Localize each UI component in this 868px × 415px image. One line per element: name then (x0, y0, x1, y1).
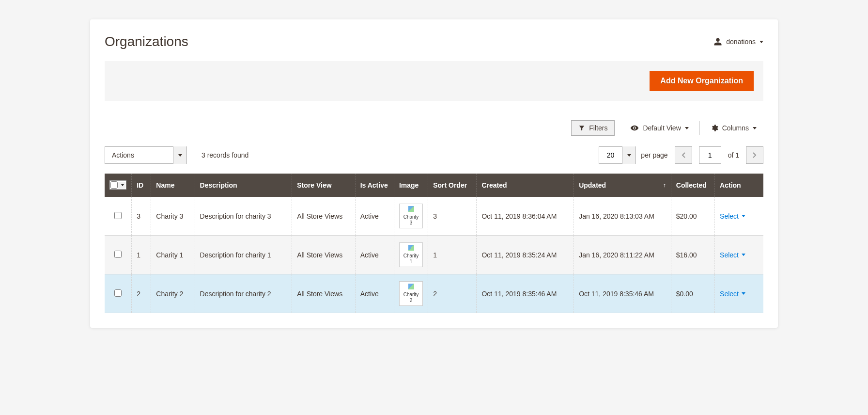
page-header: Organizations donations (105, 34, 763, 49)
caret-down-icon (753, 127, 757, 129)
cell-updated: Jan 16, 2020 8:11:22 AM (574, 236, 671, 274)
caret-down-icon (760, 41, 763, 43)
toolbar-right: 20 per page of 1 (599, 146, 763, 164)
cell-id: 3 (132, 197, 151, 236)
row-action-select[interactable]: Select (720, 290, 745, 298)
cell-image: Charity 3 (394, 197, 428, 236)
col-name[interactable]: Name (151, 174, 195, 197)
cell-image: Charity 1 (394, 236, 428, 274)
organizations-table: ID Name Description Store View Is Active… (105, 174, 763, 313)
table-row[interactable]: 1Charity 1Description for charity 1All S… (105, 236, 763, 274)
table-toolbar: Actions 3 records found 20 per page of 1 (105, 146, 763, 164)
caret-down-icon (742, 292, 745, 295)
col-id[interactable]: ID (132, 174, 151, 197)
cell-updated: Jan 16, 2020 8:13:03 AM (574, 197, 671, 236)
cell-name: Charity 1 (151, 236, 195, 274)
actions-select[interactable]: Actions (105, 146, 187, 164)
actions-select-label: Actions (105, 151, 173, 159)
image-thumbnail[interactable]: Charity 2 (399, 281, 423, 306)
sort-ascending-icon: ↑ (663, 182, 666, 189)
cell-collected: $20.00 (671, 197, 714, 236)
cell-store-view: All Store Views (292, 236, 355, 274)
row-checkbox[interactable] (114, 251, 122, 258)
col-checkbox (105, 174, 132, 197)
action-bar: Add New Organization (105, 61, 763, 101)
row-checkbox[interactable] (114, 289, 122, 297)
cell-sort-order: 1 (428, 236, 477, 274)
eye-icon (630, 124, 639, 132)
toolbar-left: Actions 3 records found (105, 146, 248, 164)
columns-label: Columns (722, 124, 749, 132)
cell-store-view: All Store Views (292, 197, 355, 236)
col-store-view[interactable]: Store View (292, 174, 355, 197)
image-thumbnail[interactable]: Charity 1 (399, 242, 423, 267)
caret-down-icon (742, 215, 745, 217)
filters-button[interactable]: Filters (571, 120, 615, 136)
cell-store-view: All Store Views (292, 274, 355, 313)
cell-collected: $16.00 (671, 236, 714, 274)
page-size-control: 20 per page (599, 146, 668, 164)
cell-sort-order: 3 (428, 197, 477, 236)
columns-button[interactable]: Columns (704, 121, 763, 135)
user-menu[interactable]: donations (713, 37, 763, 46)
page-size-select[interactable]: 20 (599, 146, 636, 164)
table-header-row: ID Name Description Store View Is Active… (105, 174, 763, 197)
table-row[interactable]: 3Charity 3Description for charity 3All S… (105, 197, 763, 236)
col-description[interactable]: Description (195, 174, 292, 197)
cell-name: Charity 2 (151, 274, 195, 313)
col-updated-label: Updated (579, 181, 606, 189)
cell-is-active: Active (355, 236, 394, 274)
select-all-checkbox[interactable] (109, 180, 126, 190)
col-collected[interactable]: Collected (671, 174, 714, 197)
prev-page-button[interactable] (675, 146, 692, 164)
per-page-label: per page (641, 151, 667, 159)
add-new-organization-button[interactable]: Add New Organization (650, 71, 754, 91)
divider (699, 121, 700, 135)
caret-down-icon (685, 127, 689, 129)
row-action-select[interactable]: Select (720, 212, 745, 220)
cell-name: Charity 3 (151, 197, 195, 236)
pager: of 1 (675, 146, 763, 164)
col-image[interactable]: Image (394, 174, 428, 197)
cell-image: Charity 2 (394, 274, 428, 313)
caret-down-icon (119, 182, 125, 189)
cell-created: Oct 11, 2019 8:36:04 AM (477, 197, 574, 236)
col-updated[interactable]: Updated↑ (574, 174, 671, 197)
default-view-button[interactable]: Default View (623, 120, 695, 136)
funnel-icon (578, 125, 585, 131)
next-page-button[interactable] (746, 146, 763, 164)
table-row[interactable]: 2Charity 2Description for charity 2All S… (105, 274, 763, 313)
cell-id: 2 (132, 274, 151, 313)
cell-description: Description for charity 1 (195, 236, 292, 274)
grid-controls: Filters Default View Columns (105, 120, 763, 136)
cell-collected: $0.00 (671, 274, 714, 313)
caret-down-icon (742, 254, 745, 256)
gear-icon (711, 124, 718, 132)
default-view-label: Default View (643, 124, 681, 132)
page-total-label: of 1 (728, 151, 739, 159)
admin-panel: Organizations donations Add New Organiza… (90, 19, 778, 328)
broken-image-icon (408, 245, 414, 251)
col-sort-order[interactable]: Sort Order (428, 174, 477, 197)
page-title: Organizations (105, 34, 188, 49)
cell-sort-order: 2 (428, 274, 477, 313)
filters-label: Filters (589, 124, 607, 132)
cell-id: 1 (132, 236, 151, 274)
broken-image-icon (408, 284, 414, 289)
checkbox-icon[interactable] (110, 181, 118, 189)
chevron-right-icon (753, 152, 757, 158)
col-created[interactable]: Created (477, 174, 574, 197)
user-icon (713, 37, 722, 46)
page-number-input[interactable] (699, 146, 721, 164)
cell-created: Oct 11, 2019 8:35:24 AM (477, 236, 574, 274)
row-checkbox[interactable] (114, 212, 122, 219)
cell-description: Description for charity 2 (195, 274, 292, 313)
caret-down-icon (173, 146, 186, 164)
col-is-active[interactable]: Is Active (355, 174, 394, 197)
records-count: 3 records found (202, 151, 248, 159)
caret-down-icon (622, 146, 636, 164)
cell-is-active: Active (355, 274, 394, 313)
row-action-select[interactable]: Select (720, 251, 745, 259)
cell-created: Oct 11, 2019 8:35:46 AM (477, 274, 574, 313)
image-thumbnail[interactable]: Charity 3 (399, 204, 423, 228)
